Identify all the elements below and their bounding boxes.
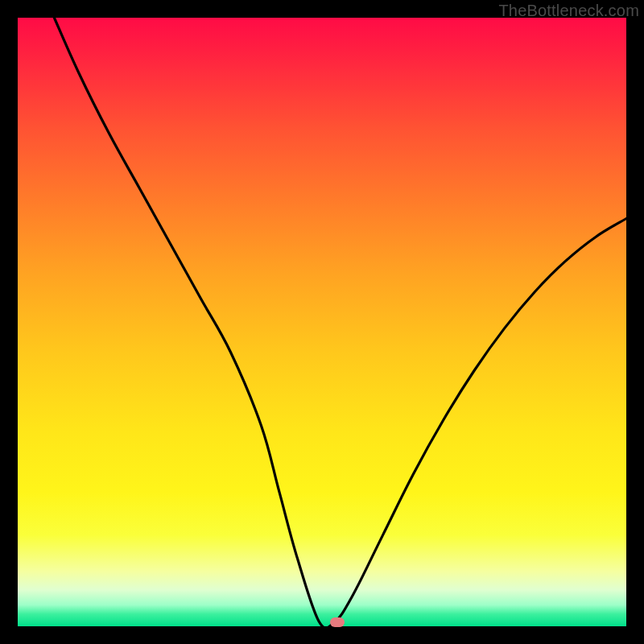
optimum-marker [330, 617, 345, 627]
watermark-text: TheBottleneck.com [498, 2, 639, 20]
bottleneck-curve [18, 18, 626, 626]
chart-frame [18, 18, 626, 626]
